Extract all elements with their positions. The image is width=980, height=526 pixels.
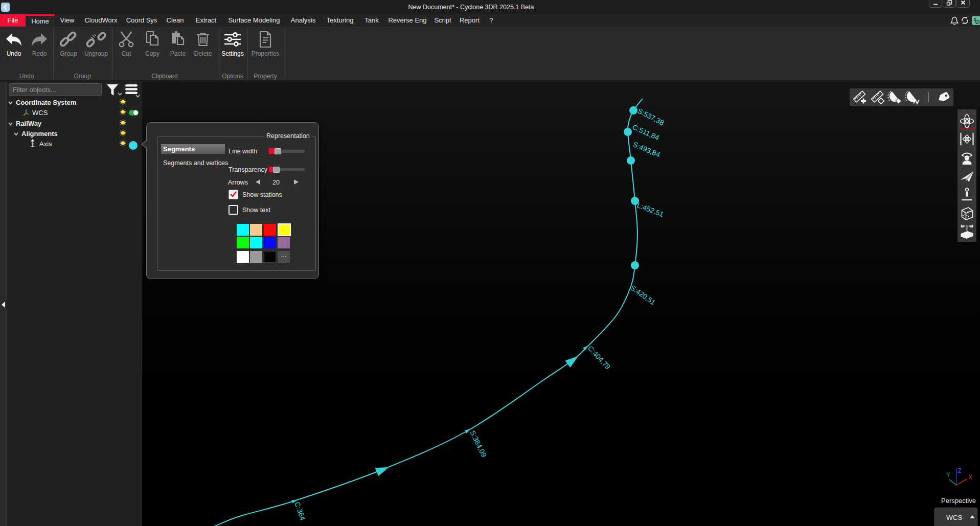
svg-text:S:420,51: S:420,51 (629, 283, 657, 306)
svg-text:S:537,38: S:537,38 (636, 106, 666, 127)
svg-text:C:404,79: C:404,79 (586, 344, 612, 371)
svg-text:C:511,84: C:511,84 (631, 123, 661, 142)
svg-text:X: X (968, 474, 972, 481)
svg-text:Z: Z (958, 467, 962, 474)
svg-text:S:384,09: S:384,09 (468, 429, 488, 459)
svg-text:C:364: C:364 (293, 501, 307, 522)
svg-text:L:452,51: L:452,51 (636, 201, 665, 219)
svg-text:Y: Y (946, 471, 950, 478)
svg-text:S:493,84: S:493,84 (632, 140, 662, 159)
